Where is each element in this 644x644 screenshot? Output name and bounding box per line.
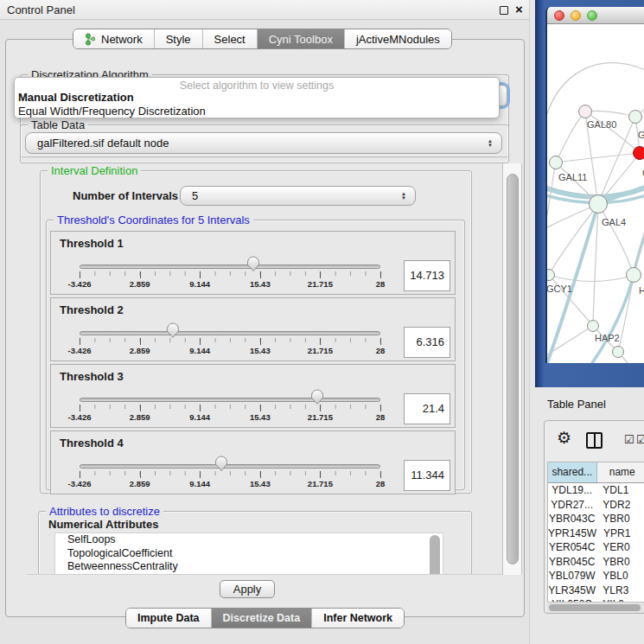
minimize-traffic-light[interactable]: [571, 10, 581, 21]
list-scrollbar[interactable]: [430, 535, 440, 575]
network-node-gal80[interactable]: [578, 105, 592, 118]
network-canvas[interactable]: GAL80GCGAL11GAL4GCY1HHAP2: [547, 24, 644, 363]
network-window-titlebar[interactable]: [547, 7, 644, 24]
threshold-3-slider-thumb[interactable]: [310, 389, 324, 405]
table-row[interactable]: YBL079WYBL0: [548, 569, 644, 583]
tick-label: 28: [376, 279, 386, 289]
checkbox-icon[interactable]: ☑: [624, 433, 634, 446]
close-traffic-light[interactable]: [554, 10, 564, 21]
column-header-name[interactable]: name: [597, 462, 644, 482]
cell-shared-name[interactable]: YDR27...: [548, 498, 596, 513]
threshold-1-value-field[interactable]: 14.713: [404, 260, 450, 291]
cell-shared-name[interactable]: YPR145W: [548, 526, 596, 541]
tab-discretize-data[interactable]: Discretize Data: [212, 609, 313, 628]
stepper-icon: ▲▼: [484, 139, 496, 148]
number-of-intervals-combobox[interactable]: 5 ▲▼: [180, 186, 416, 206]
tab-jactivemnodules[interactable]: jActiveMNodules: [345, 29, 451, 48]
dropdown-option-equal-width[interactable]: Equal Width/Frequency Discretization: [15, 105, 499, 118]
gear-icon[interactable]: ⚙: [557, 428, 571, 448]
tab-impute-data[interactable]: Impute Data: [126, 609, 212, 628]
tab-cyni-toolbox[interactable]: Cyni Toolbox: [258, 29, 345, 48]
interval-definition-title: Interval Definition: [48, 164, 141, 177]
threshold-2-value-field[interactable]: 6.316: [404, 327, 450, 358]
tab-infer-network[interactable]: Infer Network: [312, 609, 404, 628]
threshold-1-slider-thumb[interactable]: [246, 256, 260, 272]
table-row[interactable]: YLR345WYLR3: [548, 583, 644, 598]
apply-button[interactable]: Apply: [220, 580, 275, 598]
cell-name[interactable]: YPR1: [596, 526, 644, 541]
tab-network[interactable]: Network: [73, 29, 155, 48]
close-icon[interactable]: ×: [515, 2, 523, 16]
thresholds-group-title: Threshold's Coordinates for 5 Intervals: [54, 214, 253, 226]
table-hscrollbar-thumb[interactable]: [549, 604, 641, 611]
zoom-traffic-light[interactable]: [587, 10, 597, 21]
network-node-h[interactable]: [626, 267, 641, 283]
cell-name[interactable]: YBR0: [596, 555, 644, 570]
tick-label: 21.715: [308, 279, 333, 289]
split-columns-icon[interactable]: [586, 432, 603, 449]
cell-shared-name[interactable]: YBR045C: [548, 555, 596, 570]
tab-style[interactable]: Style: [155, 29, 203, 48]
table-row[interactable]: YBR045CYBR0: [548, 555, 644, 570]
table-row[interactable]: YPR145WYPR1: [548, 526, 644, 541]
threshold-2-slider-thumb[interactable]: [166, 322, 180, 339]
attribute-list-item[interactable]: TopologicalCoefficient: [55, 547, 443, 561]
table-data-title: Table Data: [28, 118, 88, 131]
major-tick: [80, 405, 80, 411]
cell-shared-name[interactable]: YBL079W: [548, 569, 596, 583]
table-row[interactable]: YDR27...YDR2: [548, 498, 644, 513]
cell-name[interactable]: YDL1: [596, 483, 644, 498]
major-tick: [140, 271, 141, 278]
split-pane-divider[interactable]: [529, 0, 535, 644]
attribute-list-item[interactable]: SelfLoops: [55, 533, 443, 547]
cell-shared-name[interactable]: YLR345W: [548, 583, 596, 598]
cell-shared-name[interactable]: YBR043C: [548, 512, 596, 526]
threshold-3-value-field[interactable]: 21.4: [404, 393, 450, 424]
major-tick: [80, 471, 80, 478]
tick-label: 21.715: [308, 412, 333, 422]
network-node-gal4[interactable]: [589, 194, 608, 214]
right-pane: GAL80GCGAL11GAL4GCY1HHAP2 Table Panel ⚙ …: [535, 0, 644, 644]
threshold-4-slider-track[interactable]: [80, 464, 380, 469]
cell-name[interactable]: YDR2: [596, 498, 644, 513]
threshold-2-slider-track[interactable]: [80, 331, 380, 335]
network-node-hap2[interactable]: [587, 320, 599, 332]
cell-shared-name[interactable]: YER054C: [548, 540, 596, 555]
table-data-combobox[interactable]: galFiltered.sif default node ▲▼: [25, 132, 502, 154]
float-window-icon[interactable]: [500, 6, 508, 15]
tab-select[interactable]: Select: [203, 29, 258, 48]
network-node-c[interactable]: [633, 146, 644, 160]
threshold-4-value-field[interactable]: 11.344: [404, 460, 450, 491]
table-row[interactable]: YDL19...YDL1: [548, 483, 644, 498]
slider-tick-labels: -3.4262.8599.14415.4321.71528: [80, 405, 380, 424]
major-tick: [80, 271, 80, 278]
checkbox-icon[interactable]: ☑: [636, 433, 644, 446]
cell-name[interactable]: YER0: [596, 540, 644, 555]
node-label: GAL80: [587, 119, 616, 130]
dropdown-option-manual[interactable]: Manual Discretization: [15, 91, 499, 105]
table-hscrollbar[interactable]: [547, 602, 644, 613]
threshold-4-label: Threshold 4: [60, 437, 124, 450]
network-node[interactable]: [612, 346, 624, 358]
tick-label: 15.43: [250, 279, 271, 289]
threshold-1-slider-track[interactable]: [80, 265, 380, 269]
threshold-4-slider-thumb[interactable]: [214, 456, 228, 472]
table-row[interactable]: YBR043CYBR0: [548, 512, 644, 526]
attribute-list-item[interactable]: BetweennessCentrality: [55, 560, 443, 574]
cell-shared-name[interactable]: YDL19...: [548, 483, 596, 498]
cell-name[interactable]: YLR3: [596, 583, 644, 598]
cell-name[interactable]: YBR0: [596, 512, 644, 526]
network-node-g[interactable]: [628, 110, 642, 124]
numerical-attributes-list[interactable]: SelfLoopsTopologicalCoefficientBetweenne…: [54, 532, 443, 575]
slider-tick-labels: -3.4262.8599.14415.4321.71528: [80, 338, 380, 357]
table-row[interactable]: YER054CYER0: [548, 540, 644, 555]
network-node-gal11[interactable]: [549, 156, 563, 169]
tick-label: 15.43: [250, 412, 271, 422]
settings-scrollbar-thumb[interactable]: [507, 174, 519, 564]
threshold-3-slider-track[interactable]: [80, 398, 380, 402]
settings-scrollbar-track[interactable]: [502, 163, 522, 575]
stepper-icon: ▲▼: [398, 192, 410, 201]
cell-name[interactable]: YBL0: [596, 569, 644, 583]
column-header-shared-name[interactable]: shared...: [548, 462, 597, 482]
network-window[interactable]: GAL80GCGAL11GAL4GCY1HHAP2: [545, 7, 644, 363]
